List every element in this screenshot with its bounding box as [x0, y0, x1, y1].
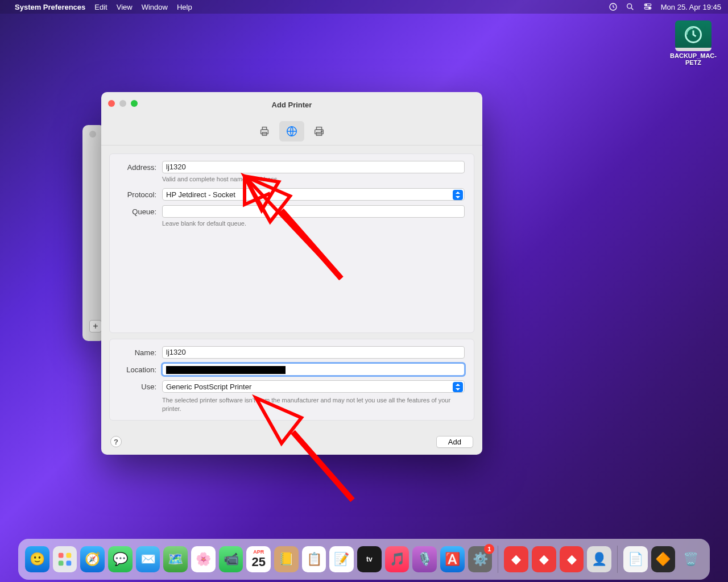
dock-anydesk-1[interactable]: ◆ [504, 546, 528, 572]
dock-anydesk-2[interactable]: ◆ [532, 546, 556, 572]
use-select[interactable]: Generic PostScript Printer [162, 380, 465, 393]
add-printer-window: Add Printer Address: lj1320 Valid and co… [101, 92, 482, 455]
dock-anydesk-3[interactable]: ◆ [560, 546, 584, 572]
svg-rect-22 [67, 561, 72, 566]
spotlight-icon[interactable] [626, 2, 635, 11]
menubar: System Preferences Edit View Window Help… [0, 0, 728, 14]
svg-point-14 [321, 131, 322, 132]
queue-label: Queue: [119, 207, 156, 216]
protocol-label: Protocol: [119, 190, 156, 199]
printer-details-panel: Name: lj1320 Location: Use: Generic Post… [109, 339, 474, 421]
tab-windows[interactable] [307, 121, 332, 142]
location-label: Location: [119, 365, 156, 374]
address-input[interactable]: lj1320 [162, 161, 465, 173]
dock-separator [617, 546, 618, 573]
printer-advanced-icon [313, 125, 325, 138]
window-close-button[interactable] [108, 100, 115, 107]
chevron-updown-icon [453, 190, 463, 200]
svg-point-5 [649, 7, 650, 9]
location-input[interactable] [162, 363, 465, 376]
add-button[interactable]: Add [436, 436, 473, 448]
svg-rect-12 [316, 127, 321, 130]
dock-safari[interactable]: 🧭 [80, 546, 105, 572]
svg-rect-20 [67, 553, 72, 558]
name-input[interactable]: lj1320 [162, 346, 465, 359]
address-label: Address: [119, 163, 156, 172]
dock-photos[interactable]: 🌸 [191, 546, 216, 572]
dock-maps[interactable]: 🗺️ [163, 546, 188, 572]
calendar-month: APR [253, 549, 264, 555]
svg-rect-7 [261, 130, 268, 134]
menu-window[interactable]: Window [142, 3, 168, 11]
connection-panel: Address: lj1320 Valid and complete host … [109, 153, 474, 333]
dock-podcasts[interactable]: 🎙️ [412, 546, 437, 572]
desktop-disk-label: BACKUP_MAC-PETZ [668, 52, 719, 66]
menubar-clock[interactable]: Mon 25. Apr 19:45 [661, 3, 721, 11]
dock-notes[interactable]: 📝 [329, 546, 354, 572]
dock-messages[interactable]: 💬 [108, 546, 133, 572]
dock-textedit[interactable]: 📄 [623, 546, 648, 572]
dock-calendar[interactable]: APR 25 [246, 546, 271, 572]
printer-icon [258, 125, 271, 138]
address-hint: Valid and complete host name or address. [162, 176, 465, 182]
globe-icon [286, 125, 298, 138]
window-minimize-button[interactable] [119, 100, 126, 107]
svg-rect-8 [262, 127, 266, 130]
tab-ip[interactable] [279, 121, 304, 142]
timemachine-menu-icon[interactable] [609, 2, 618, 11]
use-warning: The selected printer software isn't from… [162, 396, 465, 413]
dock-launchpad[interactable] [53, 546, 77, 572]
add-printer-toolbar [101, 117, 482, 146]
dock-reminders[interactable]: 📋 [302, 546, 326, 572]
queue-hint: Leave blank for default queue. [162, 220, 465, 227]
dock-user-app[interactable]: 👤 [587, 546, 611, 572]
desktop-disk-icon[interactable]: BACKUP_MAC-PETZ [668, 20, 719, 66]
timemachine-disk-icon [675, 20, 712, 49]
protocol-select[interactable]: HP Jetdirect - Socket [162, 188, 465, 201]
dock-contacts[interactable]: 📒 [274, 546, 299, 572]
titlebar: Add Printer [101, 92, 482, 117]
dock-tv[interactable]: tv [357, 546, 382, 572]
calendar-day: 25 [251, 555, 265, 569]
add-printer-plus-button[interactable]: + [89, 320, 102, 332]
dock-app-2[interactable]: 🔶 [651, 546, 676, 572]
tab-default[interactable] [252, 121, 277, 142]
control-center-icon[interactable] [643, 3, 653, 11]
badge-icon: 1 [484, 544, 494, 554]
menu-help[interactable]: Help [177, 3, 192, 11]
name-label: Name: [119, 348, 156, 357]
svg-rect-21 [59, 561, 64, 566]
svg-point-3 [646, 4, 647, 5]
window-title: Add Printer [272, 101, 312, 109]
dock-finder[interactable]: 🙂 [25, 546, 49, 572]
dock: 🙂 🧭 💬 ✉️ 🗺️ 🌸 📹 APR 25 📒 📋 📝 tv 🎵 🎙️ 🅰️ … [18, 539, 710, 580]
window-zoom-button[interactable] [131, 100, 138, 107]
svg-rect-19 [59, 553, 64, 558]
svg-point-1 [627, 4, 631, 9]
dock-facetime[interactable]: 📹 [219, 546, 243, 572]
window-footer: ? Add [101, 429, 482, 455]
menubar-app-name[interactable]: System Preferences [15, 3, 85, 11]
menu-edit[interactable]: Edit [94, 3, 107, 11]
queue-input[interactable] [162, 205, 465, 218]
dock-appstore[interactable]: 🅰️ [440, 546, 465, 572]
use-label: Use: [119, 383, 156, 391]
chevron-updown-icon [453, 382, 463, 392]
dock-trash[interactable]: 🗑️ [679, 546, 703, 572]
dock-mail[interactable]: ✉️ [136, 546, 160, 572]
dock-systemprefs[interactable]: ⚙️ 1 [468, 546, 493, 572]
dock-separator [498, 546, 498, 573]
help-button[interactable]: ? [110, 436, 122, 447]
dock-music[interactable]: 🎵 [385, 546, 410, 572]
menu-view[interactable]: View [117, 3, 133, 11]
